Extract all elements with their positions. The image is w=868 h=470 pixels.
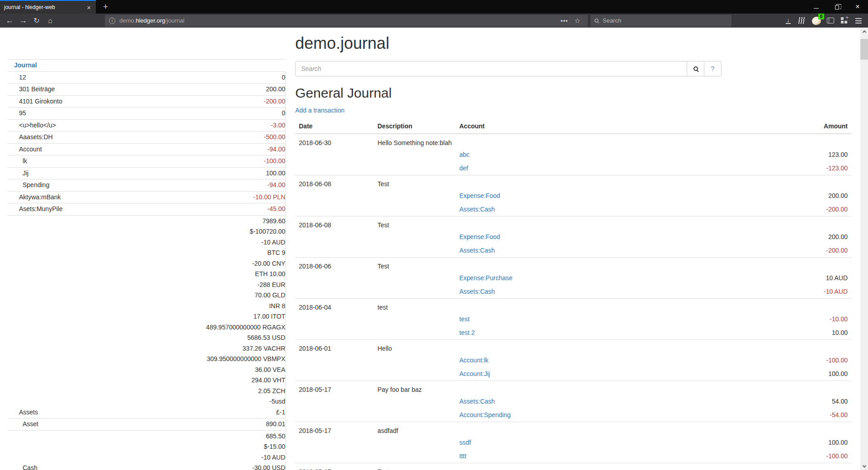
sidebar-account-link[interactable]: 95 (19, 109, 26, 117)
posting-amount: -100.00 (623, 353, 851, 367)
posting-account-link[interactable]: Expense:Food (459, 192, 500, 199)
sidebar-account-link[interactable]: <u>hello</u> (19, 122, 56, 129)
sidebar-item-journal[interactable]: Journal (14, 61, 37, 69)
posting-account-link[interactable]: abc (459, 151, 470, 158)
account-balance: 294.00 VHT (122, 375, 285, 386)
posting-amount: 100.00 (623, 367, 851, 381)
forward-button[interactable]: → (16, 15, 30, 27)
transaction-date: 2018-05-17 (295, 422, 374, 436)
posting-account-link[interactable]: tttt (459, 452, 467, 460)
site-info-icon[interactable]: i (109, 18, 115, 24)
posting-account-link[interactable]: Account:Jij (459, 370, 490, 377)
sidebar-account-link[interactable]: Aktywa:mBank (19, 193, 61, 201)
new-tab-button[interactable]: + (99, 0, 113, 14)
account-balance: -200.00 (122, 96, 285, 107)
account-balance: -288 EUR (122, 280, 285, 291)
sidebar-account-row: Account-94.00 (7, 143, 286, 155)
tile-tabs-button[interactable] (837, 15, 851, 27)
transaction-row[interactable]: 2018-05-17Pay foo bar baz (295, 381, 851, 395)
sidebar-account-link[interactable]: Spending (23, 181, 49, 188)
column-header-description: Description (374, 119, 456, 134)
posting-account-link[interactable]: Assets:Cash (459, 206, 495, 213)
account-balance: 890.01 (122, 419, 285, 430)
sidebar-account-link[interactable]: Asset (23, 420, 38, 428)
back-button[interactable]: ← (3, 15, 16, 27)
posting-account-link[interactable]: Account:Spending (459, 411, 511, 418)
sidebar-account-link[interactable]: Jij (23, 169, 28, 177)
sidebar-account-link[interactable]: Aaasets:DH (19, 133, 53, 141)
scrollbar-thumb[interactable] (860, 39, 868, 60)
posting-account-link[interactable]: Expense:Food (459, 233, 500, 240)
posting-amount: 10.00 (623, 326, 851, 340)
window-minimize-button[interactable] (806, 0, 826, 14)
posting-account-link[interactable]: Assets:Cash (459, 247, 495, 254)
journal-table-body: 2018-06-30Hello Something note:blahabc12… (295, 134, 851, 470)
sidebar-account-link[interactable]: Asets:MunyPile (19, 205, 62, 212)
posting-account-link[interactable]: Assets:Cash (459, 398, 495, 405)
sidebar-account-link[interactable]: lk (23, 157, 27, 164)
sidebar-account-link[interactable]: Assets (19, 409, 38, 416)
posting-account-link[interactable]: test 2 (459, 329, 475, 336)
posting-account-link[interactable]: test (459, 315, 470, 323)
sidebar-account-link[interactable]: Cash (23, 464, 38, 470)
account-balance: 489.957000000000 RGAGX (122, 322, 285, 333)
reload-button[interactable]: ↻ (30, 15, 43, 27)
url-bar[interactable]: i demo.hledger.org/journal ••• ☆ (105, 15, 588, 27)
library-button[interactable] (795, 15, 809, 27)
window-restore-button[interactable] (826, 0, 847, 14)
posting-row: Assets:Cash-200.00 (295, 244, 851, 258)
transaction-description: Test (374, 258, 456, 272)
journal-header-row: Date Description Account Amount (295, 119, 851, 134)
sidebar-account-link[interactable]: Account (19, 146, 42, 153)
browser-search-field[interactable]: Search (590, 15, 731, 27)
posting-account-link[interactable]: Assets:Cash (459, 288, 495, 295)
posting-row: ssdf100.00 (295, 436, 851, 449)
sidebar-account-link[interactable]: 301 Beiträge (19, 85, 55, 93)
posting-account-link[interactable]: def (459, 164, 468, 172)
transaction-row[interactable]: 2018-06-04test (295, 299, 851, 313)
transaction-description: Test (374, 216, 456, 230)
home-button[interactable]: ⌂ (43, 15, 57, 27)
chevron-down-icon (862, 464, 866, 467)
posting-account-link[interactable]: Account:lk (459, 357, 489, 364)
transaction-row[interactable]: 2018-06-06Test (295, 258, 851, 272)
account-balance: -3.00 (122, 120, 285, 131)
transaction-row[interactable]: 2018-06-30Hello Something note:blah (295, 134, 851, 148)
transaction-description: asdfadf (374, 422, 456, 436)
add-transaction-link[interactable]: Add a transaction (295, 107, 344, 114)
browser-tab[interactable]: journal - hledger-web × (0, 0, 96, 14)
extension-button[interactable]: 0 (809, 15, 823, 27)
page-scrollbar[interactable] (860, 28, 868, 470)
account-balance: 17.00 ITOT (122, 311, 285, 322)
page-actions-icon[interactable]: ••• (557, 17, 571, 24)
transaction-row[interactable]: 2018-05-17Test (295, 463, 851, 470)
transaction-row[interactable]: 2018-06-08Test (295, 175, 851, 189)
transaction-row[interactable]: 2018-06-08Test (295, 216, 851, 230)
posting-row: Account:Jij100.00 (295, 367, 851, 381)
transaction-row[interactable]: 2018-05-17asdfadf (295, 422, 851, 436)
sidebar-account-link[interactable]: 4101 Girokonto (19, 98, 62, 105)
search-icon (693, 66, 698, 71)
sidebar-account-row: Cash685.50$-15.00-10 AUD-30.00 USD (7, 430, 286, 470)
posting-row: Assets:Cash-10 AUD (295, 285, 851, 299)
window-close-button[interactable]: × (847, 0, 868, 14)
posting-account-link[interactable]: Expense:Purchase (459, 274, 513, 282)
transaction-row[interactable]: 2018-06-01Hello (295, 340, 851, 354)
tab-close-icon[interactable]: × (86, 4, 92, 11)
journal-search-input[interactable] (295, 61, 687, 76)
search-help-button[interactable]: ? (704, 61, 722, 76)
menu-button[interactable] (851, 15, 865, 27)
sidebar-account-row: Assets7989.60$-100720.00-10 AUDBTC 9-20.… (7, 215, 286, 418)
downloads-button[interactable]: ↓ (781, 15, 795, 27)
sidebar-header-row: Journal (7, 60, 286, 72)
scrollbar-down-arrow[interactable] (860, 462, 868, 470)
scrollbar-up-arrow[interactable] (860, 28, 868, 35)
sidebar-account-link[interactable]: 12 (19, 74, 26, 81)
sidebars-button[interactable] (823, 15, 837, 27)
bookmark-star-icon[interactable]: ☆ (571, 17, 584, 25)
journal-search-button[interactable] (687, 61, 704, 76)
account-balance: BTC 9 (122, 248, 285, 258)
posting-account-link[interactable]: ssdf (459, 439, 471, 446)
url-prefix: demo. (119, 17, 136, 24)
journal-table: Date Description Account Amount 2018-06-… (295, 119, 851, 470)
